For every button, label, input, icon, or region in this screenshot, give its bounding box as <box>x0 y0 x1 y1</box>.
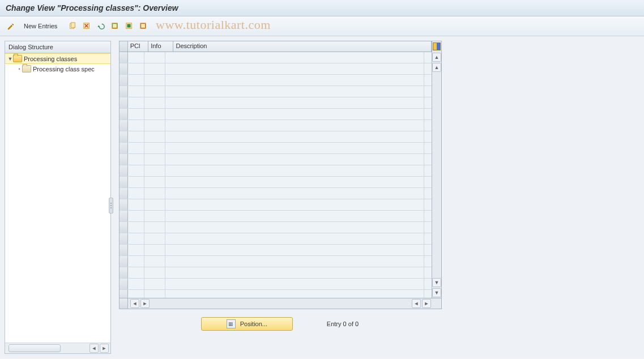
table-row[interactable] <box>120 199 441 211</box>
table-row[interactable] <box>120 154 441 165</box>
cell-pcl[interactable] <box>128 97 144 108</box>
cell-pcl[interactable] <box>128 199 144 210</box>
cell-info[interactable] <box>144 177 165 187</box>
cell-info[interactable] <box>144 222 165 233</box>
cell-pcl[interactable] <box>128 109 144 119</box>
tree-scroll-right-button[interactable]: ► <box>100 344 109 353</box>
table-row[interactable] <box>120 143 441 154</box>
row-selector[interactable] <box>120 154 128 165</box>
delete-button[interactable] <box>80 20 93 32</box>
cell-description[interactable] <box>165 222 424 233</box>
column-header-description[interactable]: Description <box>173 41 432 52</box>
row-selector[interactable] <box>120 279 128 289</box>
cell-description[interactable] <box>165 154 424 165</box>
row-selector[interactable] <box>120 222 128 233</box>
table-row[interactable] <box>120 86 441 97</box>
table-row[interactable] <box>120 52 441 63</box>
row-selector[interactable] <box>120 52 128 63</box>
table-row[interactable] <box>120 109 441 120</box>
column-header-info[interactable]: Info <box>148 41 173 52</box>
tree-scroll-left-button[interactable]: ◄ <box>89 344 99 353</box>
cell-pcl[interactable] <box>128 120 144 131</box>
cell-pcl[interactable] <box>128 211 144 221</box>
cell-info[interactable] <box>144 143 165 153</box>
cell-pcl[interactable] <box>128 279 144 289</box>
row-selector[interactable] <box>120 177 128 187</box>
cell-info[interactable] <box>144 63 165 74</box>
row-selector[interactable] <box>120 86 128 97</box>
row-selector[interactable] <box>120 211 128 221</box>
table-scroll-left-button[interactable]: ◄ <box>130 299 139 308</box>
row-selector[interactable] <box>120 165 128 176</box>
cell-pcl[interactable] <box>128 143 144 153</box>
row-selector[interactable] <box>120 188 128 199</box>
cell-info[interactable] <box>144 86 165 97</box>
row-selector[interactable] <box>120 199 128 210</box>
tree-node[interactable]: •Processing class spec <box>5 64 110 74</box>
splitter-handle[interactable] <box>109 198 113 213</box>
table-vertical-scrollbar[interactable]: ▲ ▲ ▼ ▼ <box>432 52 441 298</box>
undo-change-button[interactable] <box>95 20 107 32</box>
table-scroll-up-button[interactable]: ▲ <box>432 53 441 62</box>
select-block-button[interactable] <box>123 20 135 32</box>
row-selector[interactable] <box>120 233 128 244</box>
table-row[interactable] <box>120 63 441 75</box>
table-row[interactable] <box>120 165 441 177</box>
copy-as-button[interactable] <box>66 20 79 32</box>
cell-description[interactable] <box>165 52 424 63</box>
table-scroll-right-button[interactable]: ► <box>140 299 150 308</box>
cell-description[interactable] <box>165 177 424 187</box>
position-button[interactable]: ▦ Position... <box>201 317 293 331</box>
table-row[interactable] <box>120 120 441 131</box>
row-selector[interactable] <box>120 245 128 255</box>
table-row[interactable] <box>120 267 441 279</box>
cell-pcl[interactable] <box>128 154 144 165</box>
row-selector[interactable] <box>120 63 128 74</box>
cell-description[interactable] <box>165 188 424 199</box>
cell-pcl[interactable] <box>128 256 144 267</box>
cell-description[interactable] <box>165 267 424 278</box>
cell-pcl[interactable] <box>128 222 144 233</box>
cell-pcl[interactable] <box>128 86 144 97</box>
row-selector[interactable] <box>120 143 128 153</box>
cell-pcl[interactable] <box>128 165 144 176</box>
cell-pcl[interactable] <box>128 52 144 63</box>
collapse-icon[interactable]: ▼ <box>7 56 13 62</box>
table-row[interactable] <box>120 188 441 199</box>
table-row[interactable] <box>120 211 441 222</box>
cell-description[interactable] <box>165 199 424 210</box>
cell-info[interactable] <box>144 233 165 244</box>
row-selector[interactable] <box>120 109 128 119</box>
cell-info[interactable] <box>144 245 165 255</box>
cell-info[interactable] <box>144 267 165 278</box>
cell-info[interactable] <box>144 131 165 142</box>
row-selector[interactable] <box>120 131 128 142</box>
cell-info[interactable] <box>144 52 165 63</box>
cell-description[interactable] <box>165 131 424 142</box>
table-row[interactable] <box>120 75 441 86</box>
cell-pcl[interactable] <box>128 75 144 86</box>
tree-horizontal-scrollbar[interactable]: ◄ ► <box>5 343 110 353</box>
cell-info[interactable] <box>144 75 165 86</box>
dialog-structure-tree[interactable]: ▼Processing classes•Processing class spe… <box>5 53 110 343</box>
cell-info[interactable] <box>144 199 165 210</box>
table-row[interactable] <box>120 245 441 256</box>
cell-info[interactable] <box>144 188 165 199</box>
table-configure-button[interactable] <box>432 41 441 52</box>
table-row[interactable] <box>120 233 441 245</box>
row-selector[interactable] <box>120 75 128 86</box>
cell-description[interactable] <box>165 63 424 74</box>
row-selector[interactable] <box>120 120 128 131</box>
cell-info[interactable] <box>144 120 165 131</box>
table-scroll-up-button-2[interactable]: ▲ <box>432 63 441 72</box>
table-row[interactable] <box>120 97 441 109</box>
cell-description[interactable] <box>165 256 424 267</box>
toggle-display-change-button[interactable] <box>5 20 17 32</box>
table-row[interactable] <box>120 279 441 290</box>
cell-description[interactable] <box>165 75 424 86</box>
table-row[interactable] <box>120 256 441 267</box>
tree-node[interactable]: ▼Processing classes <box>5 53 110 64</box>
select-all-button[interactable] <box>109 20 121 32</box>
tree-scroll-thumb[interactable] <box>8 344 61 352</box>
row-selector[interactable] <box>120 97 128 108</box>
